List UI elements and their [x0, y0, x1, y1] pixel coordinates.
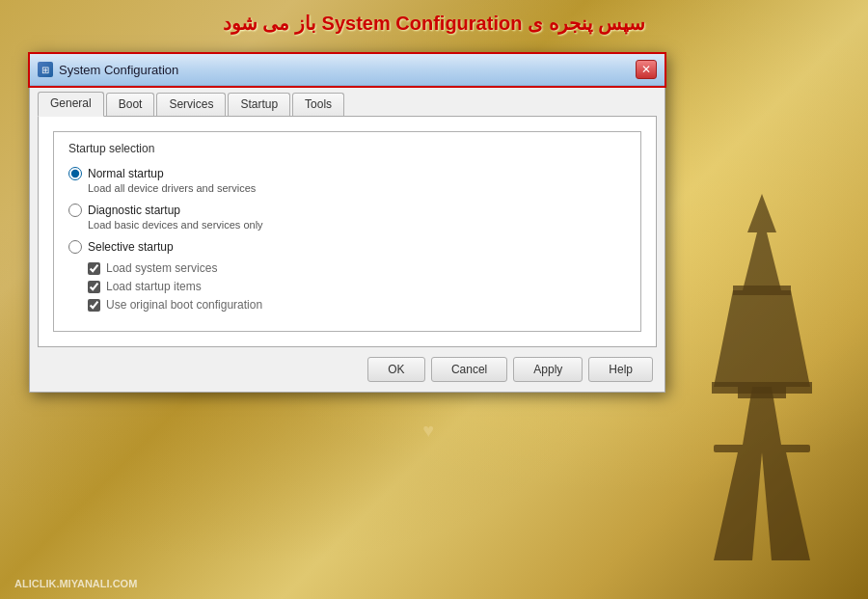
selective-startup-option: Selective startup Load system services L…: [68, 240, 626, 312]
tab-tools[interactable]: Tools: [292, 93, 344, 116]
dialog-title: System Configuration: [59, 63, 178, 77]
ok-button[interactable]: OK: [367, 357, 425, 382]
tab-services[interactable]: Services: [156, 93, 226, 116]
startup-selection-group: Startup selection Normal startup Load al…: [53, 131, 641, 332]
cancel-button[interactable]: Cancel: [431, 357, 507, 382]
normal-startup-row: Normal startup: [68, 167, 626, 180]
watermark: ALICLIK.MIYANALI.COM: [14, 578, 137, 589]
use-original-boot-checkbox[interactable]: [88, 299, 100, 312]
load-system-services-checkbox[interactable]: [88, 262, 100, 275]
load-startup-items-row: Load startup items: [88, 280, 626, 293]
normal-startup-option: Normal startup Load all device drivers a…: [68, 167, 626, 194]
title-bar-left: ⊞ System Configuration: [38, 62, 178, 77]
diagnostic-startup-row: Diagnostic startup: [68, 204, 626, 217]
button-bar: OK Cancel Apply Help: [30, 347, 665, 392]
system-configuration-dialog: ⊞ System Configuration ✕ General Boot Se…: [29, 53, 665, 393]
svg-marker-5: [714, 452, 762, 560]
dialog-icon: ⊞: [38, 62, 53, 77]
load-system-services-label: Load system services: [106, 261, 217, 275]
close-button[interactable]: ✕: [636, 60, 657, 79]
selective-options-group: Load system services Load startup items …: [88, 261, 626, 312]
group-label: Startup selection: [68, 142, 626, 155]
title-bar: ⊞ System Configuration ✕: [30, 54, 665, 86]
eiffel-tower: [685, 194, 839, 560]
diagnostic-startup-radio[interactable]: [68, 204, 82, 217]
svg-marker-0: [714, 194, 810, 445]
help-button[interactable]: Help: [588, 357, 653, 382]
diagnostic-startup-option: Diagnostic startup Load basic devices an…: [68, 204, 626, 231]
tab-bar: General Boot Services Startup Tools: [30, 86, 665, 116]
load-startup-items-checkbox[interactable]: [88, 281, 100, 293]
tab-boot[interactable]: Boot: [106, 93, 155, 116]
tab-startup[interactable]: Startup: [228, 93, 290, 116]
svg-marker-6: [762, 452, 810, 560]
normal-startup-label: Normal startup: [88, 167, 164, 180]
diagnostic-startup-desc: Load basic devices and services only: [88, 219, 626, 231]
load-system-services-row: Load system services: [88, 261, 626, 275]
normal-startup-radio[interactable]: [68, 167, 82, 180]
apply-button[interactable]: Apply: [513, 357, 583, 382]
load-startup-items-label: Load startup items: [106, 280, 202, 293]
use-original-boot-label: Use original boot configuration: [106, 298, 262, 312]
selective-startup-label: Selective startup: [88, 240, 174, 254]
persian-instruction-text: سپس پنجره ی System Configuration باز می …: [19, 12, 849, 35]
use-original-boot-row: Use original boot configuration: [88, 298, 626, 312]
normal-startup-desc: Load all device drivers and services: [88, 182, 626, 194]
tab-general[interactable]: General: [38, 92, 104, 117]
content-area: Startup selection Normal startup Load al…: [38, 116, 657, 347]
svg-rect-2: [712, 382, 812, 394]
svg-rect-4: [714, 445, 810, 452]
selective-startup-row: Selective startup: [68, 240, 626, 254]
svg-rect-3: [733, 286, 791, 295]
diagnostic-startup-label: Diagnostic startup: [88, 204, 180, 217]
selective-startup-radio[interactable]: [68, 240, 82, 254]
